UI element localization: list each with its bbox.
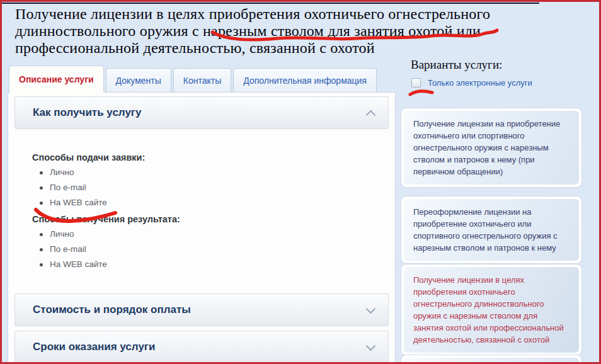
electronic-services-checkbox[interactable] — [411, 78, 421, 88]
list-item: На WEB сайте — [40, 259, 372, 270]
accordion-title: Стоимость и порядок оплаты — [33, 304, 191, 316]
page-title: Получение лицензии в целях приобретения … — [15, 6, 582, 57]
chevron-down-icon — [366, 341, 376, 351]
page-title-line: профессиональной деятельностью, связанно… — [15, 40, 582, 57]
submit-methods-heading: Способы подачи заявки: — [32, 152, 372, 162]
tab-contacts[interactable]: Контакты — [173, 68, 231, 92]
service-option-label: Получение лицензии на приобретение охотн… — [404, 111, 579, 185]
service-tabs: Описание услуги Документы Контакты Допол… — [9, 65, 379, 93]
result-methods-list: Лично По e-mail На WEB сайте — [32, 229, 372, 270]
service-option-label: Получение лицензии в целях приобретения … — [404, 267, 579, 353]
service-variants-heading: Варианты услуги: — [411, 58, 502, 72]
tab-documents[interactable]: Документы — [106, 68, 171, 92]
page-title-line: Получение лицензии в целях приобретения … — [15, 6, 582, 23]
service-option-reissue-license[interactable]: Переоформление лицензии на приобретение … — [401, 196, 582, 264]
accordion-title: Как получить услугу — [33, 106, 141, 119]
how-to-get-content: Способы подачи заявки: Лично По e-mail Н… — [32, 152, 372, 270]
accordion-service-terms[interactable]: Сроки оказания услуги — [14, 331, 389, 363]
accordion-how-to-get[interactable]: Как получить услугу — [14, 96, 389, 129]
list-item: По e-mail — [40, 244, 372, 254]
title-top-rule — [2, 3, 539, 4]
chevron-up-icon — [366, 110, 376, 120]
list-item: Лично — [40, 229, 372, 239]
chevron-down-icon — [366, 304, 376, 314]
submit-methods-list: Лично По e-mail На WEB сайте — [32, 168, 372, 208]
service-option-partial[interactable] — [401, 355, 582, 364]
list-item: Лично — [40, 168, 372, 178]
checkbox-underline-annotation — [410, 91, 432, 94]
list-item: На WEB сайте — [40, 198, 372, 208]
service-option-hunting-license-selected[interactable]: Получение лицензии в целях приобретения … — [401, 264, 582, 356]
electronic-services-filter: Только электронные услуги — [411, 78, 532, 88]
service-description-panel: Как получить услугу Способы подачи заявк… — [8, 92, 396, 364]
electronic-services-label[interactable]: Только электронные услуги — [428, 78, 532, 88]
service-option-label — [404, 358, 579, 364]
page-title-line: длинноствольного оружия с нарезным ствол… — [15, 23, 582, 40]
accordion-title: Сроки оказания услуги — [33, 341, 155, 353]
result-methods-heading: Способы получения результата: — [32, 214, 372, 224]
accordion-cost-and-payment[interactable]: Стоимость и порядок оплаты — [14, 293, 389, 326]
tab-additional-info[interactable]: Дополнительная информация — [233, 68, 377, 92]
service-option-label: Переоформление лицензии на приобретение … — [404, 199, 579, 261]
tab-service-description[interactable]: Описание услуги — [9, 65, 104, 93]
list-item: По e-mail — [40, 183, 372, 193]
service-option-first-license[interactable]: Получение лицензии на приобретение охотн… — [401, 108, 582, 188]
